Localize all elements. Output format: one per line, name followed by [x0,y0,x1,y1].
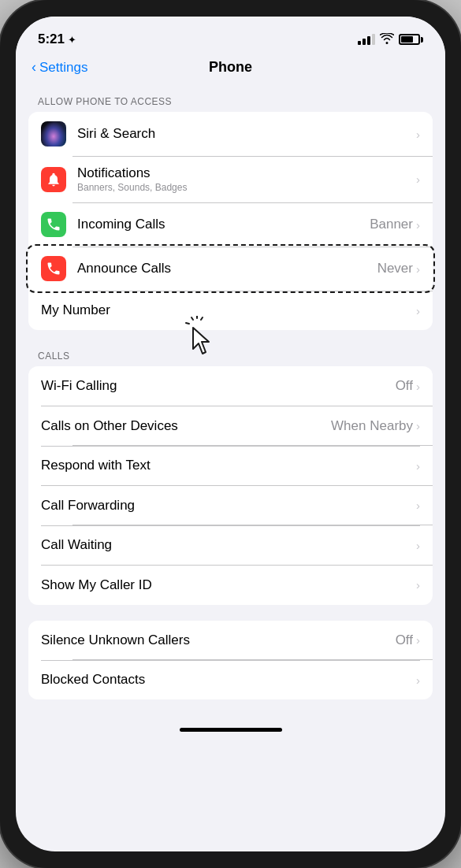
my-number-content: My Number [41,302,416,318]
incoming-calls-right: Banner › [370,217,420,232]
status-bar: 5:21 ✦ [16,17,445,56]
calls-other-devices-content: Calls on Other Devices [41,418,331,434]
chevron-icon: › [416,380,420,393]
back-chevron: ‹ [32,59,36,76]
chevron-icon: › [416,262,420,276]
row-respond-text[interactable]: Respond with Text › [28,446,433,485]
announce-calls-icon [41,256,66,281]
notifications-right: › [416,172,420,186]
wifi-calling-value: Off [396,378,413,394]
siri-search-content: Siri & Search [77,126,416,142]
respond-text-right: › [416,459,420,473]
row-notifications[interactable]: Notifications Banners, Sounds, Badges › [28,156,433,202]
chevron-icon: › [416,578,420,592]
chevron-icon: › [416,218,420,232]
call-forwarding-content: Call Forwarding [41,498,416,514]
call-forwarding-title: Call Forwarding [41,498,416,514]
chevron-icon: › [416,539,420,552]
announce-calls-value: Never [377,261,413,276]
incoming-calls-content: Incoming Calls [77,217,370,232]
section-allow-phone: ALLOW PHONE TO ACCESS Siri & Search › [16,91,445,330]
row-calls-other-devices[interactable]: Calls on Other Devices When Nearby › [28,406,433,446]
wifi-calling-title: Wi-Fi Calling [41,378,396,394]
settings-group-allow: Siri & Search › [28,112,433,330]
call-waiting-title: Call Waiting [41,537,416,553]
call-waiting-content: Call Waiting [41,537,416,553]
incoming-calls-title: Incoming Calls [77,217,370,232]
chevron-icon: › [416,499,420,512]
my-number-title: My Number [41,302,416,318]
row-call-forwarding[interactable]: Call Forwarding › [28,486,433,525]
silence-unknown-content: Silence Unknown Callers [41,632,396,648]
show-caller-id-content: Show My Caller ID [41,577,416,593]
calls-other-devices-right: When Nearby › [331,418,420,434]
signal-bar-2 [362,39,366,45]
section-header-calls: CALLS [16,346,445,366]
wifi-calling-content: Wi-Fi Calling [41,378,396,394]
chevron-icon: › [416,304,420,317]
call-forwarding-right: › [416,499,420,512]
back-label: Settings [39,60,87,76]
wifi-icon [380,33,394,46]
chevron-icon: › [416,633,420,647]
incoming-calls-value: Banner [370,217,413,232]
home-bar-area [16,715,445,738]
show-caller-id-right: › [416,578,420,592]
siri-search-title: Siri & Search [77,126,416,142]
row-wifi-calling[interactable]: Wi-Fi Calling Off › [28,366,433,406]
silence-unknown-right: Off › [396,632,420,648]
battery-icon [399,34,423,45]
row-call-waiting[interactable]: Call Waiting › [28,525,433,565]
siri-icon [41,121,66,147]
section-calls: CALLS Wi-Fi Calling Off › [16,346,445,605]
blocked-contacts-content: Blocked Contacts [41,672,416,688]
respond-text-content: Respond with Text [41,458,416,473]
row-blocked-contacts[interactable]: Blocked Contacts › [28,660,433,699]
signal-bar-4 [372,34,375,45]
row-announce-calls[interactable]: Announce Calls Never › [28,247,433,291]
incoming-calls-icon [41,212,66,237]
row-incoming-calls[interactable]: Incoming Calls Banner › [28,202,433,247]
notifications-title: Notifications [77,165,416,181]
back-button[interactable]: ‹ Settings [32,59,87,76]
wifi-calling-right: Off › [396,378,420,394]
announce-calls-title: Announce Calls [77,261,377,276]
chevron-icon: › [416,673,420,687]
settings-group-blocking: Silence Unknown Callers Off › Blocked Co… [28,621,433,700]
call-waiting-right: › [416,539,420,552]
chevron-icon: › [416,459,420,473]
nav-bar: ‹ Settings Phone [16,56,445,83]
row-silence-unknown[interactable]: Silence Unknown Callers Off › [28,621,433,660]
signal-bar-1 [358,41,361,45]
blocked-contacts-title: Blocked Contacts [41,672,416,688]
my-number-right: › [416,304,420,317]
calls-other-devices-title: Calls on Other Devices [41,418,331,434]
row-show-caller-id[interactable]: Show My Caller ID › [28,566,433,605]
show-caller-id-title: Show My Caller ID [41,577,416,593]
section-blocking: Silence Unknown Callers Off › Blocked Co… [16,621,445,700]
silence-unknown-title: Silence Unknown Callers [41,632,396,648]
phone-screen: 5:21 ✦ [16,17,445,851]
signal-bar-3 [367,36,370,45]
notifications-subtitle: Banners, Sounds, Badges [77,182,416,193]
blocked-contacts-right: › [416,673,420,687]
row-siri-search[interactable]: Siri & Search › [28,112,433,156]
status-time: 5:21 [38,32,65,47]
home-bar [180,728,282,732]
notifications-content: Notifications Banners, Sounds, Badges [77,165,416,193]
phone-frame: 5:21 ✦ [0,0,461,868]
location-icon: ✦ [68,34,76,46]
silence-unknown-value: Off [396,632,413,648]
announce-calls-right: Never › [377,261,420,276]
respond-text-title: Respond with Text [41,458,416,473]
chevron-icon: › [416,128,420,141]
row-my-number[interactable]: My Number › [28,291,433,330]
settings-content: ALLOW PHONE TO ACCESS Siri & Search › [16,83,445,851]
section-header-allow: ALLOW PHONE TO ACCESS [16,91,445,112]
page-title: Phone [209,59,252,76]
announce-calls-wrapper: Announce Calls Never › [28,247,433,291]
chevron-icon: › [416,419,420,432]
status-icons [358,33,423,46]
notifications-icon [41,167,66,192]
signal-bars [358,34,375,45]
